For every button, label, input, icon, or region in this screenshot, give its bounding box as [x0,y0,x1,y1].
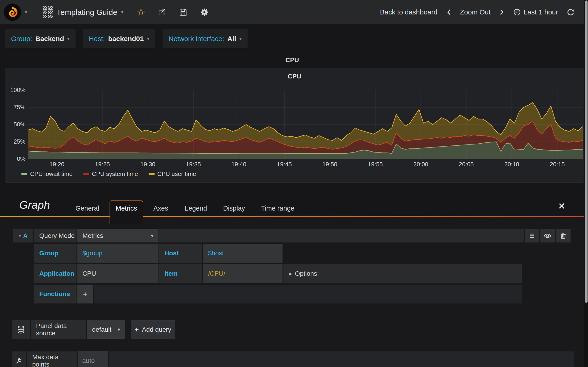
query-param-row: Functions+ [34,285,522,303]
legend-swatch [21,173,27,175]
chevron-down-icon: ▾ [67,36,69,42]
panel-options-icon-cell [12,351,26,367]
chevron-down-icon: ▾ [118,327,120,333]
scrollbar-thumb[interactable] [585,0,588,303]
add-function-button[interactable]: + [78,285,93,303]
query-row-spacer [159,229,524,242]
legend-label: CPU user time [157,170,196,177]
legend-label: CPU system time [92,170,138,177]
star-icon: ☆ [137,7,145,17]
add-query-button[interactable]: + Add query [131,320,175,339]
options-label: Options: [295,270,319,277]
back-to-dashboard-button[interactable]: Back to dashboard [380,8,437,16]
legend-item[interactable]: CPU system time [83,170,138,177]
max-data-points-input[interactable]: auto [78,351,108,367]
tab-display[interactable]: Display [223,205,245,212]
y-tick-label: 25% [7,138,26,145]
panel-title[interactable]: CPU [5,73,584,80]
datasource-select[interactable]: default ▾ [87,320,125,339]
param-label-text: Item [164,270,178,277]
tab-underline [0,216,584,217]
template-variables: Group:Backend▾Host:backend01▾Network int… [5,29,248,48]
navbar-actions: ☆ [137,0,209,24]
param-input-cpu[interactable]: /CPU/ [203,264,283,283]
variable-label: Host: [89,35,105,43]
x-tick-label: 20:15 [541,161,573,168]
query-mode-label: Query Mode [34,229,77,242]
add-query-label: Add query [142,326,171,333]
x-tick-label: 19:40 [223,161,255,168]
legend-item[interactable]: CPU user time [149,170,196,177]
dashboard-title-picker[interactable]: Templating Guide ▾ [43,0,124,24]
grafana-menu[interactable]: ▾ [0,0,35,24]
variable-pill-2[interactable]: Host:backend01▾ [83,29,155,48]
param-input-host[interactable]: $host [203,244,283,263]
query-toggle-visibility-button[interactable] [540,229,555,242]
max-data-points-row: Max data points auto [12,351,574,367]
chevron-down-icon: ▾ [239,36,242,42]
y-tick-label: 100% [7,86,26,94]
x-tick-label: 19:55 [359,161,391,168]
tab-metrics[interactable]: Metrics [110,200,143,224]
param-input-group[interactable]: $group [78,244,158,263]
time-picker-button[interactable]: Last 1 hour [513,8,558,16]
x-tick-label: 19:30 [132,161,164,168]
variable-pill-3[interactable]: Network interface:All▾ [163,29,248,48]
menu-icon [528,232,536,239]
query-delete-button[interactable] [556,229,571,242]
variable-label: Group: [11,35,32,43]
x-tick-label: 19:45 [268,161,300,168]
param-input-cpu[interactable]: CPU [78,264,158,283]
navbar-right: Back to dashboard Zoom Out Last 1 hour [380,0,575,24]
refresh-button[interactable] [566,8,575,16]
options-toggle[interactable]: ▸Options: [284,264,522,283]
tab-time-range[interactable]: Time range [261,205,294,212]
chevron-down-icon: ▾ [19,233,21,238]
close-editor-button[interactable]: × [559,200,565,212]
variable-label: Network interface: [169,35,224,43]
chevron-down-icon: ▾ [151,233,153,239]
datasource-icon-cell [12,320,30,339]
query-menu-button[interactable] [525,229,539,242]
panel-header-title: CPU [0,56,584,64]
time-shift-back-button[interactable] [446,8,452,16]
plot-area[interactable] [28,90,583,159]
query-mode-select[interactable]: Metrics ▾ [78,229,158,242]
save-button[interactable] [179,8,188,17]
settings-button[interactable] [199,7,209,17]
x-tick-label: 19:35 [177,161,209,168]
scrollbar-track[interactable] [584,0,588,367]
star-button[interactable]: ☆ [137,7,145,17]
variable-value: Backend [35,35,64,43]
trash-icon [560,232,567,239]
zoom-out-button[interactable]: Zoom Out [460,8,491,16]
query-collapse-toggle[interactable]: ▾ A [13,229,33,242]
x-tick-label: 19:20 [41,161,73,168]
param-label-host: Host [159,244,202,263]
chevron-down-icon: ▾ [147,36,149,42]
datasource-row-spacer [176,320,574,339]
wrench-icon [15,357,23,365]
tab-legend[interactable]: Legend [185,205,207,212]
y-tick-label: 75% [7,104,26,111]
legend-label: CPU iowait time [30,170,73,177]
tab-axes[interactable]: Axes [153,205,168,212]
row-spacer [94,285,522,303]
tab-general[interactable]: General [75,205,99,212]
chevron-left-icon [446,8,452,16]
time-shift-forward-button[interactable] [499,8,505,16]
chevron-down-icon: ▾ [121,10,124,15]
legend-item[interactable]: CPU iowait time [21,170,73,177]
x-tick-label: 19:50 [314,161,346,168]
max-data-points-label: Max data points [27,351,77,367]
triangle-right-icon: ▸ [289,270,292,277]
cpu-chart[interactable] [28,90,583,159]
query-param-row: ApplicationCPUItem/CPU/▸Options: [34,264,522,283]
y-tick-label: 50% [7,121,26,128]
param-label-item: Item [159,264,202,283]
time-range-label: Last 1 hour [524,8,558,16]
x-tick-label: 20:05 [450,161,482,168]
variable-pill-1[interactable]: Group:Backend▾ [5,29,76,48]
share-button[interactable] [157,8,166,17]
share-icon [157,8,166,17]
